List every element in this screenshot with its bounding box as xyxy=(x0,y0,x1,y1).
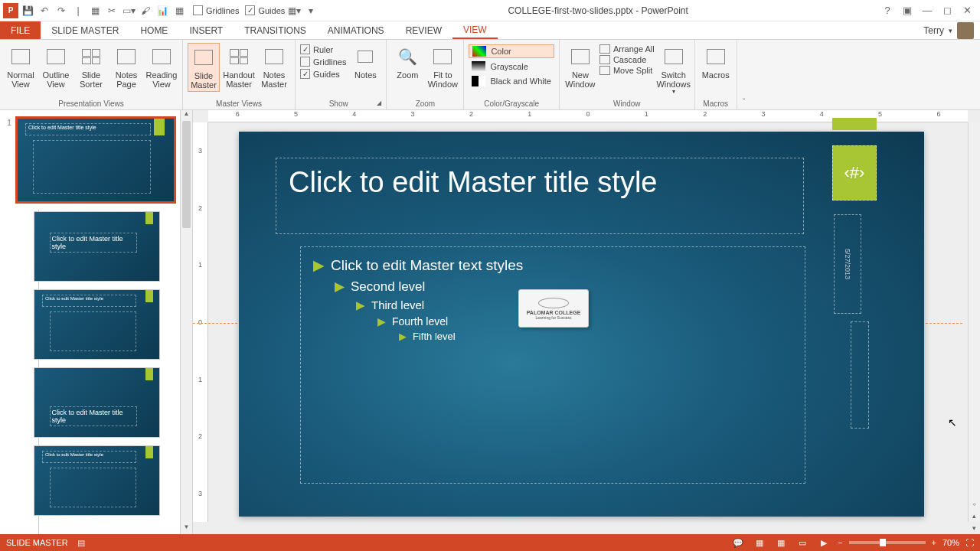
ribbon-options-icon[interactable]: ▣ xyxy=(897,3,917,18)
prev-slide-icon[interactable]: ⬦ xyxy=(968,497,980,510)
slide-wrap: Click to edit Master title style ‹#› 5/2… xyxy=(239,132,924,517)
group-label: Master Views xyxy=(188,98,290,109)
scroll-thumb[interactable] xyxy=(182,121,191,228)
qat-separator: | xyxy=(70,3,86,18)
layout-thumbnail[interactable]: Click to edit Master title style xyxy=(34,211,160,282)
undo-icon[interactable]: ↶ xyxy=(37,3,52,18)
canvas-scrollbar[interactable] xyxy=(968,122,980,522)
close-icon[interactable]: ✕ xyxy=(957,3,977,18)
format-painter-icon[interactable]: 🖌 xyxy=(138,3,153,18)
zoom-handle[interactable] xyxy=(880,539,886,546)
window-controls: ? ▣ — ◻ ✕ xyxy=(877,3,980,18)
normal-view-icon[interactable]: ▦ xyxy=(752,536,767,549)
cut-icon[interactable]: ✂ xyxy=(104,3,119,18)
page-num-accent xyxy=(832,118,877,130)
thumb-accent xyxy=(145,212,153,224)
group-color: Color Grayscale Black and White Color/Gr… xyxy=(464,40,559,109)
slide-master-canvas[interactable]: Click to edit Master title style ‹#› 5/2… xyxy=(239,132,924,517)
shapes-icon[interactable]: ▭▾ xyxy=(121,3,136,18)
status-bar: SLIDE MASTER ▤ 💬 ▦ ▦ ▭ ▶ − + 70% ⛶ xyxy=(0,534,980,551)
guides-checkbox[interactable]: ✓Guides xyxy=(300,69,346,79)
zoom-slider[interactable] xyxy=(849,541,926,544)
date-placeholder[interactable]: 5/27/2013 xyxy=(834,214,861,314)
notes-button[interactable]: Notes xyxy=(349,43,381,81)
reading-view-button[interactable]: Reading View xyxy=(145,43,178,90)
tab-transitions[interactable]: TRANSITIONS xyxy=(234,21,317,39)
tab-animations[interactable]: ANIMATIONS xyxy=(317,21,395,39)
zoom-out-icon[interactable]: − xyxy=(838,538,842,547)
color-option[interactable]: Color xyxy=(469,44,554,58)
slideshow-icon[interactable]: ▶ xyxy=(816,536,831,549)
table-icon[interactable]: ▦ xyxy=(172,3,187,18)
qat-customize-icon[interactable]: ▾ xyxy=(303,3,318,18)
grayscale-option[interactable]: Grayscale xyxy=(469,60,554,73)
app-icon: P xyxy=(3,3,18,18)
ruler-checkbox[interactable]: ✓Ruler xyxy=(300,44,346,54)
qat-gridlines-label: Gridlines xyxy=(206,6,239,15)
tab-insert[interactable]: INSERT xyxy=(178,21,234,39)
save-icon[interactable]: 💾 xyxy=(20,3,35,18)
gridlines-checkbox[interactable]: Gridlines xyxy=(300,57,346,67)
new-slide-icon[interactable]: ▦ xyxy=(87,3,103,18)
outline-view-button[interactable]: Outline View xyxy=(40,43,72,90)
status-mode: SLIDE MASTER xyxy=(6,538,68,547)
master-thumbnail[interactable]: Click to edit Master title style xyxy=(15,116,176,204)
comments-icon[interactable]: 💬 xyxy=(730,536,746,549)
slide-sorter-button[interactable]: Slide Sorter xyxy=(75,43,107,90)
notes-page-button[interactable]: Notes Page xyxy=(110,43,142,90)
thumb-title: Click to edit Master title style xyxy=(42,295,136,307)
tab-review[interactable]: REVIEW xyxy=(395,21,452,39)
checkbox-icon xyxy=(193,5,203,15)
tab-home[interactable]: HOME xyxy=(129,21,178,39)
switch-windows-button[interactable]: Switch Windows▾ xyxy=(658,43,690,97)
thumb-body xyxy=(50,311,136,351)
tab-view[interactable]: VIEW xyxy=(452,21,498,39)
layout-icon[interactable]: ▦▾ xyxy=(286,3,302,18)
chart-icon[interactable]: 📊 xyxy=(155,3,170,18)
thumbs-scrollbar[interactable]: ▲ ▼ xyxy=(180,110,192,534)
thumb-accent xyxy=(154,119,165,135)
zoom-button[interactable]: 🔍Zoom xyxy=(391,43,423,81)
fit-view-icon[interactable]: ⛶ xyxy=(965,538,974,547)
title-placeholder[interactable]: Click to edit Master title style xyxy=(276,158,804,234)
cascade-button[interactable]: Cascade xyxy=(599,55,655,64)
tab-slide-master[interactable]: SLIDE MASTER xyxy=(41,21,129,39)
scroll-up-icon[interactable]: ▲ xyxy=(181,110,192,121)
new-window-button[interactable]: New Window xyxy=(564,43,596,90)
next-icon[interactable]: ▾ xyxy=(968,522,980,534)
layout-thumbnail[interactable]: Click to edit Master title style xyxy=(34,367,160,438)
notes-master-button[interactable]: Notes Master xyxy=(258,43,290,90)
page-number-placeholder[interactable]: ‹#› xyxy=(832,145,877,201)
user-area[interactable]: Terry ▾ xyxy=(923,21,980,39)
help-icon[interactable]: ? xyxy=(877,3,897,18)
collapse-ribbon-icon[interactable]: ˇ xyxy=(737,40,751,109)
bw-option[interactable]: Black and White xyxy=(469,75,554,87)
handout-master-button[interactable]: Handout Master xyxy=(223,43,255,90)
thumb-accent xyxy=(145,368,153,380)
zoom-level[interactable]: 70% xyxy=(942,538,959,547)
move-split-button[interactable]: Move Split xyxy=(599,66,655,75)
reading-view-icon[interactable]: ▭ xyxy=(795,536,810,549)
sorter-view-icon[interactable]: ▦ xyxy=(773,536,789,549)
normal-view-button[interactable]: Normal View xyxy=(5,43,37,90)
layout-thumbnail[interactable]: Click to edit Master title style xyxy=(34,289,160,360)
checkbox-icon: ✓ xyxy=(245,5,255,15)
redo-icon[interactable]: ↷ xyxy=(54,3,69,18)
footer-placeholder[interactable] xyxy=(851,321,869,429)
scroll-down-icon[interactable]: ▼ xyxy=(181,523,192,534)
status-icon[interactable]: ▤ xyxy=(77,538,85,548)
tab-file[interactable]: FILE xyxy=(0,21,41,39)
prev-icon[interactable]: ▴ xyxy=(968,510,980,522)
maximize-icon[interactable]: ◻ xyxy=(937,3,957,18)
layout-thumbnail[interactable]: Click to edit Master title style xyxy=(34,445,160,516)
qat-gridlines-checkbox[interactable]: Gridlines xyxy=(193,5,239,15)
arrange-all-button[interactable]: Arrange All xyxy=(599,44,655,54)
macros-button[interactable]: Macros xyxy=(700,43,732,81)
body-placeholder[interactable]: ▶Click to edit Master text styles ▶Secon… xyxy=(300,246,805,484)
college-logo[interactable]: PALOMAR COLLEGE Learning for Success xyxy=(518,289,589,328)
zoom-in-icon[interactable]: + xyxy=(932,538,936,547)
qat-guides-checkbox[interactable]: ✓ Guides xyxy=(245,5,285,15)
slide-master-button[interactable]: Slide Master xyxy=(188,43,220,92)
fit-window-button[interactable]: Fit to Window xyxy=(426,43,459,90)
minimize-icon[interactable]: — xyxy=(917,3,937,18)
